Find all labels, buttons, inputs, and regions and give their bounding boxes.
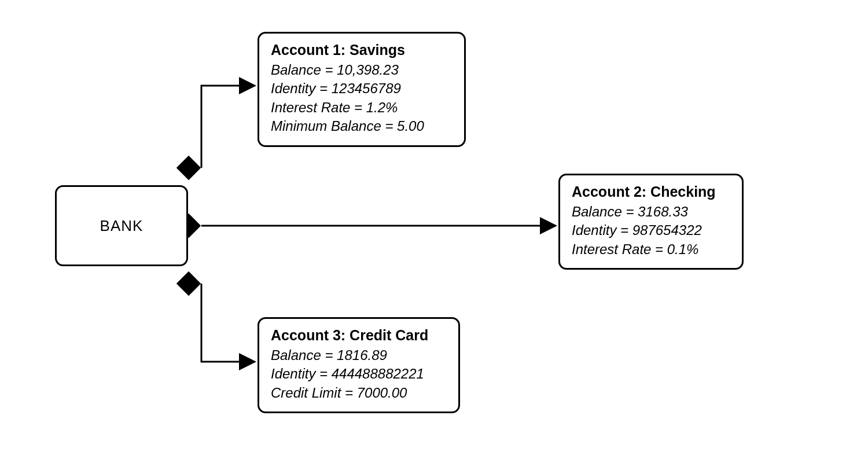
composition-diamond-icon — [176, 271, 201, 296]
diagram-canvas: BANK Account 1: Savings Balance = 10,398… — [0, 0, 868, 463]
account-attr: Identity = 987654322 — [572, 221, 730, 240]
account-attr: Credit Limit = 7000.00 — [271, 384, 447, 402]
account-attr: Interest Rate = 0.1% — [572, 240, 730, 259]
edge-bank-to-account1 — [201, 86, 255, 168]
account-attr: Balance = 1816.89 — [271, 346, 447, 365]
account-title: Account 1: Savings — [271, 42, 453, 58]
composition-diamond-icon — [176, 156, 201, 180]
bank-label: BANK — [100, 217, 144, 235]
account-node-credit-card: Account 3: Credit Card Balance = 1816.89… — [258, 317, 460, 413]
account-node-checking: Account 2: Checking Balance = 3168.33 Id… — [558, 174, 744, 270]
edge-bank-to-account3 — [201, 284, 255, 362]
account-node-savings: Account 1: Savings Balance = 10,398.23 I… — [258, 32, 466, 147]
account-title: Account 2: Checking — [572, 183, 730, 200]
account-attr: Balance = 10,398.23 — [271, 61, 453, 79]
account-title: Account 3: Credit Card — [271, 327, 447, 344]
account-attr: Identity = 123456789 — [271, 79, 453, 98]
account-attr: Balance = 3168.33 — [572, 203, 730, 221]
bank-node: BANK — [55, 185, 188, 266]
account-attr: Minimum Balance = 5.00 — [271, 117, 453, 135]
account-attr: Interest Rate = 1.2% — [271, 98, 453, 117]
svg-rect-2 — [176, 271, 201, 296]
svg-rect-0 — [176, 156, 201, 180]
account-attr: Identity = 444488882221 — [271, 365, 447, 383]
